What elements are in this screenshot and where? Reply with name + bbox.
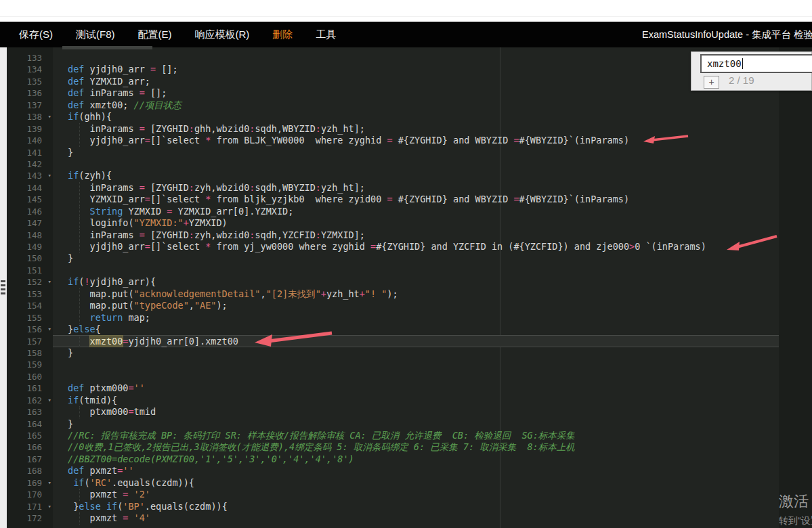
- code-line-158[interactable]: 158}: [7, 347, 812, 359]
- search-match-counter: 2 / 19: [729, 74, 754, 86]
- code-line-144[interactable]: 144 inParams = [ZYGHID:zyh,wbzid0:sqdh,W…: [7, 182, 812, 194]
- code-line-159[interactable]: 159: [7, 359, 812, 370]
- fold-arrow-icon[interactable]: ▾: [48, 170, 51, 181]
- code-line-171[interactable]: 171▾ }else if('BP'.equals(czdm)){: [7, 501, 812, 512]
- line-number: 159: [7, 359, 53, 370]
- window-title: ExamStatusInfoUpdate - 集成平台 检验: [642, 22, 812, 47]
- line-number: 144: [7, 182, 53, 194]
- code-line-145[interactable]: 145 YZMXID_arr=[]`select * from bljk_yzj…: [7, 194, 812, 205]
- code-line-160[interactable]: 160: [7, 371, 812, 382]
- code-line-153[interactable]: 153 map.put("acknowledgementDetail","[2]…: [7, 288, 812, 300]
- code-line-151[interactable]: 151: [7, 265, 812, 276]
- line-number: 141: [7, 147, 53, 158]
- code-line-138[interactable]: 138▾if(ghh){: [7, 111, 812, 123]
- code-line-170[interactable]: 170 pxmzt = '2': [7, 489, 812, 500]
- fold-arrow-icon[interactable]: ▾: [48, 324, 51, 335]
- code-line-161[interactable]: 161def ptxm000='': [7, 382, 812, 394]
- line-number: 170: [7, 489, 53, 500]
- code-text: xmzt00=yjdjh0_arr[0].xmzt00: [53, 336, 812, 347]
- code-line-150[interactable]: 150}: [7, 252, 812, 264]
- line-number: 143▾: [7, 170, 53, 181]
- code-line-167[interactable]: 167//BBZT00=decode(PXMZT00,'1','5','3','…: [7, 454, 812, 465]
- line-number: 165: [7, 430, 53, 441]
- code-text: if(tmid){: [53, 395, 812, 406]
- line-number: 147: [7, 217, 53, 229]
- line-number: 138▾: [7, 111, 53, 123]
- add-search-button[interactable]: +: [704, 76, 719, 89]
- line-number: 157: [7, 336, 53, 347]
- code-line-169[interactable]: 169▾ if('RC'.equals(czdm)){: [7, 477, 812, 489]
- splitter-handle-icon[interactable]: [1, 280, 6, 294]
- line-number: 164: [7, 418, 53, 430]
- line-number: 151: [7, 265, 53, 276]
- code-text: if(!yjdjh0_arr){: [53, 276, 812, 288]
- code-text: yjdjh0_arr=[]`select * from yj_yw0000 wh…: [53, 241, 812, 252]
- code-text: YZMXID_arr=[]`select * from bljk_yzjkb0 …: [53, 194, 812, 205]
- code-text: }else{: [53, 324, 812, 335]
- fold-arrow-icon[interactable]: ▾: [48, 276, 51, 288]
- menu-item-3[interactable]: 响应模板(R): [195, 28, 250, 41]
- code-line-165[interactable]: 165//RC: 报告审核完成 BP: 条码打印 SR: 样本接收/报告解除审核…: [7, 430, 812, 441]
- code-text: //BBZT00=decode(PXMZT00,'1','5','3','0',…: [53, 454, 812, 465]
- code-line-146[interactable]: 146 String YZMXID = YZMXID_arr[0].YZMXID…: [7, 206, 812, 217]
- code-line-156[interactable]: 156▾}else{: [7, 324, 812, 335]
- search-input[interactable]: xmzt00: [700, 54, 812, 73]
- code-line-163[interactable]: 163 ptxm000=tmid: [7, 406, 812, 418]
- code-line-149[interactable]: 149 yjdjh0_arr=[]`select * from yj_yw000…: [7, 241, 812, 252]
- line-number: 135: [7, 76, 53, 87]
- code-line-148[interactable]: 148 inParams = [ZYGHID:zyh,wbzid0:sqdh,Y…: [7, 229, 812, 241]
- code-line-141[interactable]: 141}: [7, 147, 812, 158]
- find-panel: xmzt00 + 2 / 19: [691, 51, 812, 91]
- code-line-142[interactable]: 142: [7, 158, 812, 170]
- menubar: 保存(S)测试(F8)配置(E)响应模板(R)删除工具ExamStatusInf…: [0, 22, 812, 47]
- code-text: map.put("acknowledgementDetail","[2]未找到"…: [53, 288, 812, 300]
- left-splitter[interactable]: [0, 47, 7, 528]
- code-line-143[interactable]: 143▾if(zyh){: [7, 170, 812, 181]
- windows-activation-watermark: 激活 Windows 转到“设置”以激活 Windows: [779, 491, 812, 527]
- menu-item-4[interactable]: 删除: [272, 28, 293, 41]
- code-text: }: [53, 252, 812, 264]
- menu-item-2[interactable]: 配置(E): [138, 28, 172, 41]
- line-number: 146: [7, 206, 53, 217]
- line-number: 168: [7, 465, 53, 477]
- browser-chrome-strip: [0, 0, 812, 22]
- code-line-147[interactable]: 147 loginfo("YZMXID:"+YZMXID): [7, 217, 812, 229]
- code-line-166[interactable]: 166//0收费,1已签收,2报告已出,3取消签收(才能退费),4绑定条码 5:…: [7, 441, 812, 453]
- code-line-140[interactable]: 140 yjdjh0_arr=[]`select * from BLJK_YW0…: [7, 135, 812, 146]
- line-number: 155: [7, 312, 53, 324]
- code-text: pxmzt = '4': [53, 512, 812, 524]
- code-text: }: [53, 347, 812, 359]
- code-line-139[interactable]: 139 inParams = [ZYGHID:ghh,wbzid0:sqdh,W…: [7, 123, 812, 135]
- menu-item-5[interactable]: 工具: [316, 28, 336, 41]
- code-line-162[interactable]: 162▾if(tmid){: [7, 395, 812, 406]
- watermark-line1: 激活 Windows: [779, 491, 812, 512]
- fold-arrow-icon[interactable]: ▾: [48, 395, 51, 406]
- code-line-152[interactable]: 152▾if(!yjdjh0_arr){: [7, 276, 812, 288]
- line-number: 166: [7, 441, 53, 453]
- code-text: //RC: 报告审核完成 BP: 条码打印 SR: 样本接收/报告解除审核 CA…: [53, 430, 812, 441]
- code-text: inParams = [ZYGHID:zyh,wbzid0:sqdh,WBYZI…: [53, 182, 812, 194]
- line-number: 140: [7, 135, 53, 146]
- code-line-164[interactable]: 164}: [7, 418, 812, 430]
- fold-arrow-icon[interactable]: ▾: [48, 477, 51, 489]
- code-text: }: [53, 418, 812, 430]
- code-line-155[interactable]: 155 return map;: [7, 312, 812, 324]
- code-text: ptxm000=tmid: [53, 406, 812, 418]
- menu-item-1[interactable]: 测试(F8): [76, 28, 115, 41]
- code-line-172[interactable]: 172 pxmzt = '4': [7, 512, 812, 524]
- code-line-157[interactable]: 157 xmzt00=yjdjh0_arr[0].xmzt00: [7, 336, 812, 347]
- code-line-168[interactable]: 168def pxmzt='': [7, 465, 812, 477]
- search-input-value: xmzt00: [707, 58, 742, 69]
- code-line-154[interactable]: 154 map.put("typeCode","AE");: [7, 300, 812, 311]
- code-text: [53, 265, 812, 276]
- code-text: [53, 371, 812, 382]
- code-text: pxmzt = '2': [53, 489, 812, 500]
- code-text: [53, 359, 812, 370]
- line-number: 142: [7, 158, 53, 170]
- fold-arrow-icon[interactable]: ▾: [48, 501, 51, 512]
- code-editor[interactable]: 133134def yjdjh0_arr = [];135def YZMXID_…: [0, 47, 812, 528]
- menu-item-0[interactable]: 保存(S): [19, 28, 53, 41]
- code-line-137[interactable]: 137def xmzt00; //项目状态: [7, 100, 812, 111]
- line-number: 158: [7, 347, 53, 359]
- fold-arrow-icon[interactable]: ▾: [48, 111, 51, 123]
